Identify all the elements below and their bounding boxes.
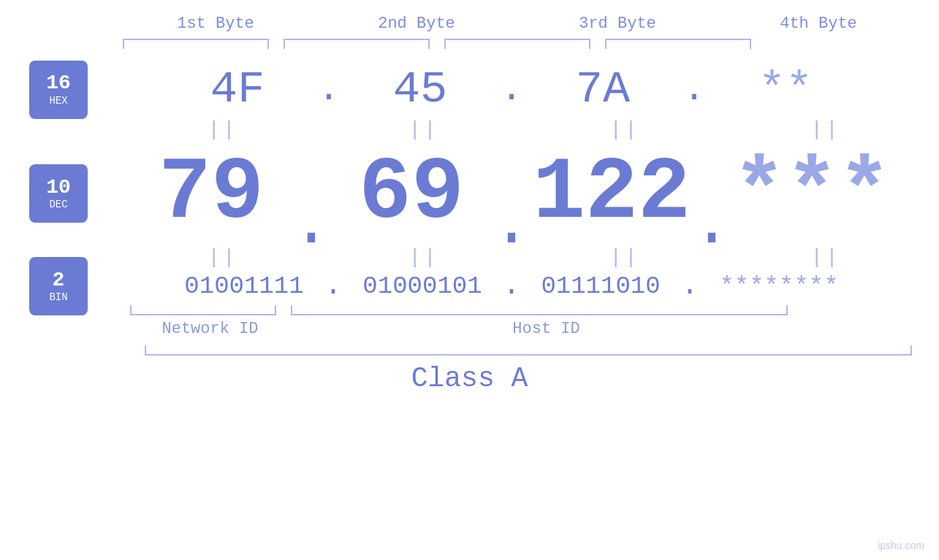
hex-dot1: . <box>318 72 340 108</box>
network-id-label: Network ID <box>130 320 291 338</box>
byte-headers: 1st Byte 2nd Byte 3rd Byte 4th Byte <box>115 15 919 33</box>
eq7: || <box>544 246 705 269</box>
dec-badge-number: 10 <box>46 177 71 199</box>
hex-badge-label: HEX <box>49 95 67 107</box>
eq5: || <box>142 246 303 269</box>
eq6: || <box>343 246 504 269</box>
byte4-label: 4th Byte <box>738 15 899 33</box>
dec-badge-label: DEC <box>49 199 67 210</box>
dec-byte2: 69 <box>331 144 492 243</box>
bracket-1 <box>123 39 269 49</box>
hex-row: 16 HEX 4F . 45 . 7A . ** <box>0 64 939 115</box>
bin-row: 2 BIN 01001111 . 01000101 . 01111010 . *… <box>0 272 939 301</box>
bin-dot2: . <box>503 272 520 301</box>
main-container: 1st Byte 2nd Byte 3rd Byte 4th Byte 16 H… <box>0 0 939 560</box>
dec-byte3: 122 <box>531 144 692 243</box>
bracket-4 <box>605 39 751 49</box>
bin-byte4: ******** <box>699 272 859 300</box>
hex-badge-number: 16 <box>46 72 71 95</box>
eq8: || <box>745 246 906 269</box>
eq3: || <box>544 118 705 141</box>
eq4: || <box>745 118 906 141</box>
eq2: || <box>343 118 504 141</box>
bin-dot3: . <box>681 272 699 301</box>
bin-dot1: . <box>324 272 342 301</box>
dec-row: 10 DEC 79 . 69 . 122 . *** <box>0 144 939 243</box>
hex-dot2: . <box>501 72 522 108</box>
dec-bytes-row: 79 . 69 . 122 . *** <box>110 144 913 243</box>
dec-byte1: 79 <box>131 144 292 243</box>
id-labels-row: Network ID Host ID <box>123 320 927 338</box>
full-bracket <box>145 345 912 356</box>
hex-bytes-row: 4F . 45 . 7A . ** <box>110 64 913 115</box>
hex-byte4: ** <box>705 64 866 115</box>
bracket-2 <box>284 39 430 49</box>
bin-badge-number: 2 <box>53 269 65 292</box>
watermark: ipshu.com <box>878 540 924 551</box>
bin-byte3: 01111010 <box>520 272 681 300</box>
host-id-label: Host ID <box>298 320 795 338</box>
bin-byte1: 01001111 <box>164 272 324 300</box>
dec-dot2: . <box>492 192 531 258</box>
bin-byte2: 01000101 <box>342 272 503 300</box>
bottom-bracket-net <box>130 305 276 315</box>
hex-badge: 16 HEX <box>29 61 88 119</box>
hex-byte1: 4F <box>157 64 318 115</box>
bottom-bracket-row <box>123 305 927 315</box>
bin-bytes-row: 01001111 . 01000101 . 01111010 . *******… <box>110 272 913 301</box>
bin-badge-label: BIN <box>49 291 67 303</box>
byte3-label: 3rd Byte <box>537 15 698 33</box>
bin-badge: 2 BIN <box>29 257 88 315</box>
top-bracket-row <box>115 39 919 49</box>
dec-dot3: . <box>692 192 731 258</box>
byte2-label: 2nd Byte <box>336 15 497 33</box>
hex-byte3: 7A <box>522 64 683 115</box>
hex-dot3: . <box>683 72 705 108</box>
eq1: || <box>142 118 303 141</box>
hex-byte2: 45 <box>340 64 501 115</box>
equals-row-1: || || || || <box>123 115 927 144</box>
dec-dot1: . <box>292 192 331 258</box>
dec-badge: 10 DEC <box>29 164 88 223</box>
bottom-bracket-host <box>291 305 788 315</box>
dec-byte4: *** <box>731 144 892 243</box>
bracket-3 <box>444 39 590 49</box>
byte1-label: 1st Byte <box>135 15 296 33</box>
class-label: Class A <box>0 363 939 394</box>
